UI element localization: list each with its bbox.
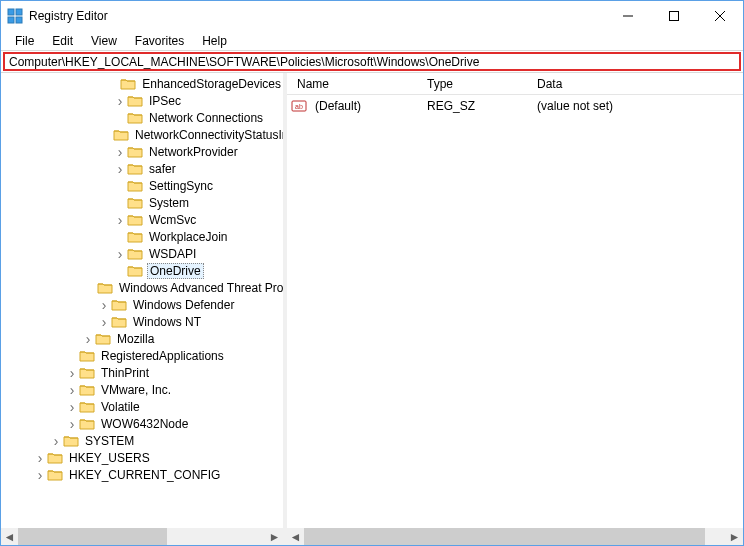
tree-item-label: NetworkConnectivityStatusIndicator: [133, 128, 283, 142]
minimize-button[interactable]: [605, 1, 651, 31]
titlebar[interactable]: Registry Editor: [1, 1, 743, 31]
tree-item-label: IPSec: [147, 94, 183, 108]
list-row[interactable]: ab(Default)REG_SZ(value not set): [291, 97, 743, 115]
tree-item-label: ThinPrint: [99, 366, 151, 380]
menu-favorites[interactable]: Favorites: [127, 32, 192, 50]
menu-edit[interactable]: Edit: [44, 32, 81, 50]
scroll-thumb[interactable]: [304, 528, 705, 545]
folder-icon: [127, 247, 143, 261]
folder-icon: [127, 162, 143, 176]
cell-type: REG_SZ: [421, 99, 531, 113]
menu-file[interactable]: File: [7, 32, 42, 50]
scroll-right-icon[interactable]: ►: [266, 528, 283, 545]
chevron-right-icon[interactable]: ›: [65, 383, 79, 397]
tree-item[interactable]: RegisteredApplications: [1, 347, 283, 364]
tree-item[interactable]: ›Mozilla: [1, 330, 283, 347]
tree-item[interactable]: ›Volatile: [1, 398, 283, 415]
chevron-right-icon[interactable]: ›: [65, 400, 79, 414]
chevron-right-icon[interactable]: ›: [113, 145, 127, 159]
tree-item[interactable]: ›safer: [1, 160, 283, 177]
svg-rect-5: [670, 12, 679, 21]
tree-item[interactable]: WorkplaceJoin: [1, 228, 283, 245]
tree-item[interactable]: Windows Advanced Threat Protection: [1, 279, 283, 296]
svg-rect-0: [8, 9, 14, 15]
tree-body[interactable]: EnhancedStorageDevices›IPSecNetwork Conn…: [1, 73, 283, 528]
chevron-right-icon[interactable]: ›: [113, 162, 127, 176]
tree-item[interactable]: OneDrive: [1, 262, 283, 279]
folder-icon: [127, 196, 143, 210]
twisty-empty: [113, 196, 127, 210]
tree-item[interactable]: EnhancedStorageDevices: [1, 75, 283, 92]
folder-icon: [63, 434, 79, 448]
window-title: Registry Editor: [29, 9, 108, 23]
scroll-right-icon[interactable]: ►: [726, 528, 743, 545]
col-type[interactable]: Type: [421, 75, 531, 93]
address-path: Computer\HKEY_LOCAL_MACHINE\SOFTWARE\Pol…: [9, 55, 479, 69]
tree-item[interactable]: ›NetworkProvider: [1, 143, 283, 160]
scroll-thumb[interactable]: [18, 528, 167, 545]
chevron-right-icon[interactable]: ›: [65, 366, 79, 380]
address-input[interactable]: Computer\HKEY_LOCAL_MACHINE\SOFTWARE\Pol…: [3, 52, 741, 71]
chevron-right-icon[interactable]: ›: [97, 315, 111, 329]
folder-icon: [127, 179, 143, 193]
list-hscrollbar[interactable]: ◄ ►: [287, 528, 743, 545]
chevron-right-icon[interactable]: ›: [33, 451, 47, 465]
folder-icon: [79, 383, 95, 397]
maximize-button[interactable]: [651, 1, 697, 31]
twisty-empty: [113, 77, 120, 91]
chevron-right-icon[interactable]: ›: [113, 213, 127, 227]
folder-icon: [127, 145, 143, 159]
chevron-right-icon[interactable]: ›: [97, 298, 111, 312]
tree-item[interactable]: ›WOW6432Node: [1, 415, 283, 432]
tree-item[interactable]: ›SYSTEM: [1, 432, 283, 449]
close-button[interactable]: [697, 1, 743, 31]
svg-rect-2: [8, 17, 14, 23]
menu-view[interactable]: View: [83, 32, 125, 50]
tree-item[interactable]: ›ThinPrint: [1, 364, 283, 381]
folder-icon: [79, 417, 95, 431]
tree-hscrollbar[interactable]: ◄ ►: [1, 528, 283, 545]
chevron-right-icon[interactable]: ›: [81, 332, 95, 346]
content: EnhancedStorageDevices›IPSecNetwork Conn…: [1, 73, 743, 545]
cell-name: (Default): [309, 99, 421, 113]
folder-icon: [95, 332, 111, 346]
tree-item-label: EnhancedStorageDevices: [140, 77, 283, 91]
tree-item[interactable]: ›WcmSvc: [1, 211, 283, 228]
col-name[interactable]: Name: [291, 75, 421, 93]
menu-help[interactable]: Help: [194, 32, 235, 50]
tree-item-label: SettingSync: [147, 179, 215, 193]
tree-item[interactable]: ›VMware, Inc.: [1, 381, 283, 398]
tree-item[interactable]: NetworkConnectivityStatusIndicator: [1, 126, 283, 143]
tree-item[interactable]: SettingSync: [1, 177, 283, 194]
tree-item[interactable]: ›Windows Defender: [1, 296, 283, 313]
tree-item[interactable]: ›HKEY_CURRENT_CONFIG: [1, 466, 283, 483]
tree-item-label: safer: [147, 162, 178, 176]
window-controls: [605, 1, 743, 31]
folder-icon: [79, 400, 95, 414]
tree-item-label: Mozilla: [115, 332, 156, 346]
chevron-right-icon[interactable]: ›: [49, 434, 63, 448]
folder-icon: [127, 213, 143, 227]
tree-item[interactable]: Network Connections: [1, 109, 283, 126]
string-value-icon: ab: [291, 98, 307, 114]
svg-rect-1: [16, 9, 22, 15]
tree-item-label: VMware, Inc.: [99, 383, 173, 397]
scroll-left-icon[interactable]: ◄: [287, 528, 304, 545]
twisty-empty: [113, 111, 127, 125]
grid-body[interactable]: ab(Default)REG_SZ(value not set): [287, 95, 743, 528]
chevron-right-icon[interactable]: ›: [33, 468, 47, 482]
tree-item[interactable]: ›IPSec: [1, 92, 283, 109]
tree-item[interactable]: System: [1, 194, 283, 211]
tree-item[interactable]: ›WSDAPI: [1, 245, 283, 262]
chevron-right-icon[interactable]: ›: [113, 94, 127, 108]
tree-item[interactable]: ›HKEY_USERS: [1, 449, 283, 466]
scroll-left-icon[interactable]: ◄: [1, 528, 18, 545]
twisty-empty: [113, 179, 127, 193]
chevron-right-icon[interactable]: ›: [65, 417, 79, 431]
col-data[interactable]: Data: [531, 75, 743, 93]
tree-item[interactable]: ›Windows NT: [1, 313, 283, 330]
tree-item-label: OneDrive: [147, 263, 204, 279]
tree-item-label: Windows Defender: [131, 298, 236, 312]
chevron-right-icon[interactable]: ›: [113, 247, 127, 261]
menubar: File Edit View Favorites Help: [1, 31, 743, 51]
